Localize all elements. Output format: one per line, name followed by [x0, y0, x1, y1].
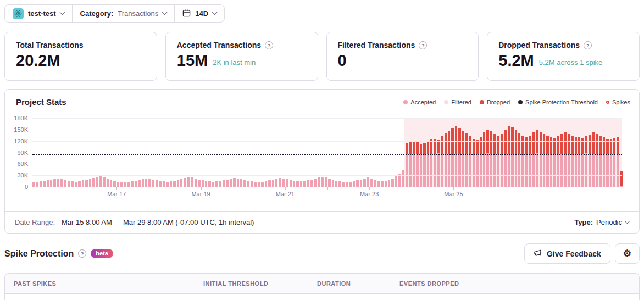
card-accepted-transactions: Accepted Transactions ? 15M 2K in last m… — [165, 32, 318, 81]
column-header-events-dropped: EVENTS DROPPED — [391, 280, 639, 287]
category-label: Category: — [80, 9, 114, 18]
type-selector[interactable]: Type: Periodic — [574, 218, 629, 226]
y-axis-tick-label: 180K — [7, 115, 28, 121]
date-range-value: 14D — [195, 9, 208, 18]
spike-protection-header: Spike Protection ? beta Give Feedback ⚙ — [4, 243, 640, 264]
project-stats-panel: Project Stats Accepted Filtered Dropped … — [4, 89, 640, 234]
table-header-row: PAST SPIKES INITIAL THRESHOLD DURATION E… — [5, 274, 639, 294]
help-icon[interactable]: ? — [419, 41, 427, 49]
card-title: Dropped Transactions — [498, 41, 580, 49]
chart-footer: Date Range: Mar 15 8:00 AM — Mar 29 8:00… — [5, 211, 639, 233]
project-selector[interactable]: test-test — [5, 5, 72, 22]
column-header-duration: DURATION — [308, 280, 391, 287]
y-axis-tick-label: 0 — [7, 184, 28, 190]
settings-button[interactable]: ⚙ — [615, 243, 640, 264]
chevron-down-icon — [162, 10, 168, 15]
category-selector[interactable]: Category: Transactions — [72, 5, 175, 22]
calendar-icon — [182, 9, 191, 19]
megaphone-icon — [534, 248, 542, 259]
date-range-label: Date Range: — [15, 218, 55, 226]
card-title: Accepted Transactions — [177, 41, 261, 49]
past-spikes-table: PAST SPIKES INITIAL THRESHOLD DURATION E… — [4, 273, 640, 300]
legend-label: Dropped — [487, 99, 510, 105]
x-axis-tick-label: Mar 21 — [276, 191, 295, 197]
legend-label: Spike Protection Threshold — [525, 99, 598, 105]
x-axis-tick-label: Mar 23 — [360, 191, 379, 197]
card-value: 20.2M — [16, 52, 60, 69]
legend-label: Spikes — [612, 99, 630, 105]
y-axis-tick-label: 120K — [7, 138, 28, 145]
card-filtered-transactions: Filtered Transactions ? 0 — [326, 32, 479, 81]
legend-dot-icon — [518, 100, 523, 104]
project-platform-icon — [13, 8, 24, 19]
card-value: 5.2M — [498, 52, 534, 69]
x-axis-tick-label: Mar 19 — [191, 191, 210, 197]
card-title: Total Transactions — [16, 41, 84, 49]
help-icon[interactable]: ? — [584, 41, 592, 49]
give-feedback-label: Give Feedback — [547, 249, 601, 258]
usage-stat-cards: Total Transactions 20.2M Accepted Transa… — [4, 32, 640, 81]
legend-ring-icon — [606, 101, 609, 104]
help-icon[interactable]: ? — [78, 249, 86, 258]
date-range-text: Mar 15 8:00 AM — Mar 29 8:00 AM (-07:00 … — [62, 218, 254, 226]
card-title: Filtered Transactions — [338, 41, 415, 49]
legend-item-dropped[interactable]: Dropped — [480, 99, 510, 105]
project-name: test-test — [28, 9, 56, 18]
y-axis-tick-label: 30K — [7, 172, 28, 179]
legend-dot-icon — [480, 100, 484, 104]
column-header-past-spikes: PAST SPIKES — [5, 280, 195, 287]
legend-dot-icon — [403, 100, 408, 104]
chart-title: Project Stats — [16, 97, 66, 107]
stats-bar-chart[interactable]: 180K150K120K90K60K30K0Mar 17Mar 19Mar 21… — [32, 118, 622, 187]
help-icon[interactable]: ? — [265, 41, 273, 49]
give-feedback-button[interactable]: Give Feedback — [524, 243, 610, 264]
legend-item-threshold[interactable]: Spike Protection Threshold — [518, 99, 598, 105]
type-label: Type: — [574, 218, 593, 226]
y-axis-tick-label: 90K — [7, 149, 28, 156]
chevron-down-icon — [212, 10, 218, 15]
y-axis-tick-label: 150K — [7, 126, 28, 133]
legend-label: Filtered — [451, 99, 471, 105]
spike-protection-title: Spike Protection — [4, 249, 74, 259]
spike-threshold-line — [32, 154, 622, 155]
card-value: 15M — [177, 52, 208, 69]
legend-label: Accepted — [410, 99, 436, 105]
card-subtext: 5.2M across 1 spike — [539, 58, 603, 66]
legend-item-filtered[interactable]: Filtered — [444, 99, 471, 105]
x-axis-tick-label: Mar 25 — [444, 191, 463, 197]
card-dropped-transactions: Dropped Transactions ? 5.2M 5.2M across … — [487, 32, 640, 81]
legend-item-accepted[interactable]: Accepted — [403, 99, 436, 105]
legend-dot-icon — [444, 100, 448, 104]
card-subtext: 2K in last min — [213, 58, 256, 66]
date-range-selector[interactable]: 14D — [174, 5, 224, 22]
beta-badge: beta — [91, 249, 113, 258]
chart-legend: Accepted Filtered Dropped Spike Protecti… — [403, 99, 630, 105]
y-axis-tick-label: 60K — [7, 160, 28, 167]
page-filters-bar: test-test Category: Transactions 14D — [4, 4, 225, 23]
gear-icon: ⚙ — [623, 249, 631, 258]
card-total-transactions: Total Transactions 20.2M — [4, 32, 157, 81]
category-value: Transactions — [118, 9, 158, 18]
type-value: Periodic — [596, 218, 622, 226]
legend-item-spikes[interactable]: Spikes — [606, 99, 630, 105]
column-header-initial-threshold: INITIAL THRESHOLD — [195, 280, 308, 287]
x-axis-tick-label: Mar 17 — [107, 191, 126, 197]
chevron-down-icon — [625, 219, 630, 224]
card-value: 0 — [338, 52, 347, 69]
chevron-down-icon — [59, 10, 65, 15]
